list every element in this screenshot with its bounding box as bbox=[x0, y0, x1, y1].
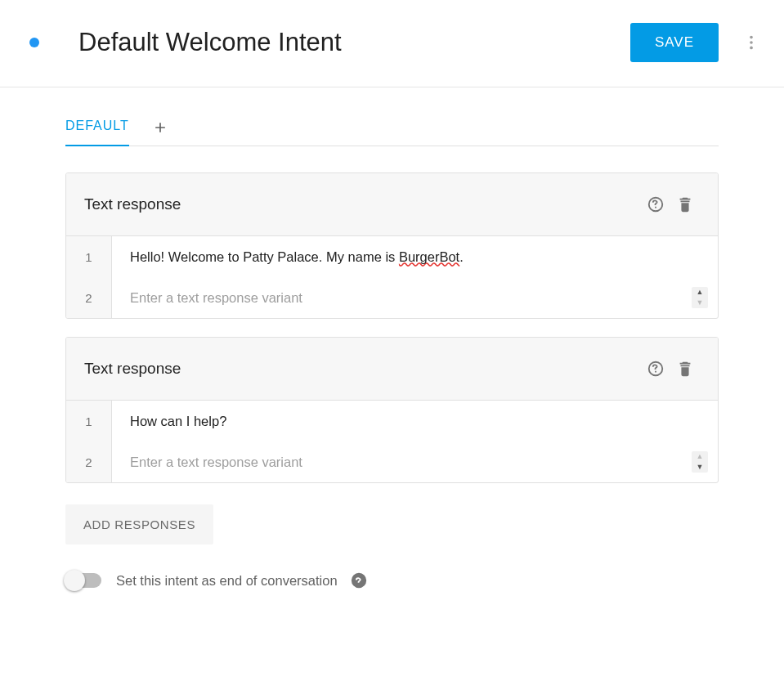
add-responses-button[interactable]: ADD RESPONSES bbox=[65, 504, 213, 544]
text-response-card: Text response 1 Hello! Welcome to Patty … bbox=[65, 172, 719, 319]
help-circle-icon bbox=[350, 571, 368, 589]
help-circle-icon bbox=[647, 360, 665, 378]
text-response-title: Text response bbox=[84, 195, 641, 213]
text-response-card-header: Text response bbox=[66, 173, 718, 236]
help-button[interactable] bbox=[349, 571, 369, 590]
kebab-menu-icon bbox=[742, 34, 760, 52]
trash-icon bbox=[676, 360, 694, 378]
toggle-knob bbox=[64, 570, 85, 591]
text-response-input[interactable]: Hello! Welcome to Patty Palace. My name … bbox=[112, 243, 708, 271]
tab-default[interactable]: DEFAULT bbox=[65, 119, 129, 146]
delete-button[interactable] bbox=[670, 190, 700, 219]
row-number: 2 bbox=[66, 441, 112, 482]
table-row: 1 bbox=[66, 401, 718, 441]
svg-point-1 bbox=[750, 41, 753, 44]
help-button[interactable] bbox=[641, 190, 670, 219]
end-of-conversation-row: Set this intent as end of conversation bbox=[65, 571, 719, 590]
text-response-input[interactable] bbox=[112, 284, 692, 312]
text-response-card-header: Text response bbox=[66, 338, 718, 401]
svg-point-0 bbox=[750, 36, 753, 39]
row-number: 1 bbox=[66, 401, 112, 441]
table-row: 2 ▲ ▼ bbox=[66, 441, 718, 482]
row-stepper[interactable]: ▲ ▼ bbox=[692, 451, 708, 473]
stepper-up-icon[interactable]: ▲ bbox=[692, 451, 708, 462]
help-button[interactable] bbox=[641, 354, 670, 383]
table-row: 1 Hello! Welcome to Patty Palace. My nam… bbox=[66, 236, 718, 277]
stepper-down-icon[interactable]: ▼ bbox=[692, 462, 708, 473]
plus-icon bbox=[152, 119, 168, 136]
delete-button[interactable] bbox=[670, 354, 700, 383]
row-number: 2 bbox=[66, 277, 112, 318]
stepper-up-icon[interactable]: ▲ bbox=[692, 287, 708, 298]
row-stepper[interactable]: ▲ ▼ bbox=[692, 287, 708, 308]
trash-icon bbox=[676, 195, 694, 213]
text-response-input[interactable] bbox=[112, 407, 708, 436]
row-number: 1 bbox=[66, 236, 112, 277]
intent-status-dot bbox=[29, 38, 39, 47]
more-actions-button[interactable] bbox=[735, 26, 768, 59]
page-header: Default Welcome Intent SAVE bbox=[0, 0, 784, 87]
text-response-input[interactable] bbox=[112, 448, 692, 477]
text-response-title: Text response bbox=[84, 360, 641, 378]
end-of-conversation-label: Set this intent as end of conversation bbox=[116, 573, 338, 589]
svg-point-2 bbox=[750, 47, 753, 50]
content-area: DEFAULT Text response 1 Hello bbox=[0, 87, 784, 590]
stepper-down-icon[interactable]: ▼ bbox=[692, 298, 708, 308]
intent-title-input[interactable]: Default Welcome Intent bbox=[78, 28, 630, 57]
help-circle-icon bbox=[647, 195, 665, 213]
response-platform-tabs: DEFAULT bbox=[65, 119, 719, 146]
table-row: 2 ▲ ▼ bbox=[66, 277, 718, 318]
end-of-conversation-toggle[interactable] bbox=[65, 573, 101, 588]
save-button[interactable]: SAVE bbox=[630, 23, 719, 62]
add-tab-button[interactable] bbox=[152, 119, 168, 146]
text-response-card: Text response 1 2 ▲ bbox=[65, 337, 719, 483]
